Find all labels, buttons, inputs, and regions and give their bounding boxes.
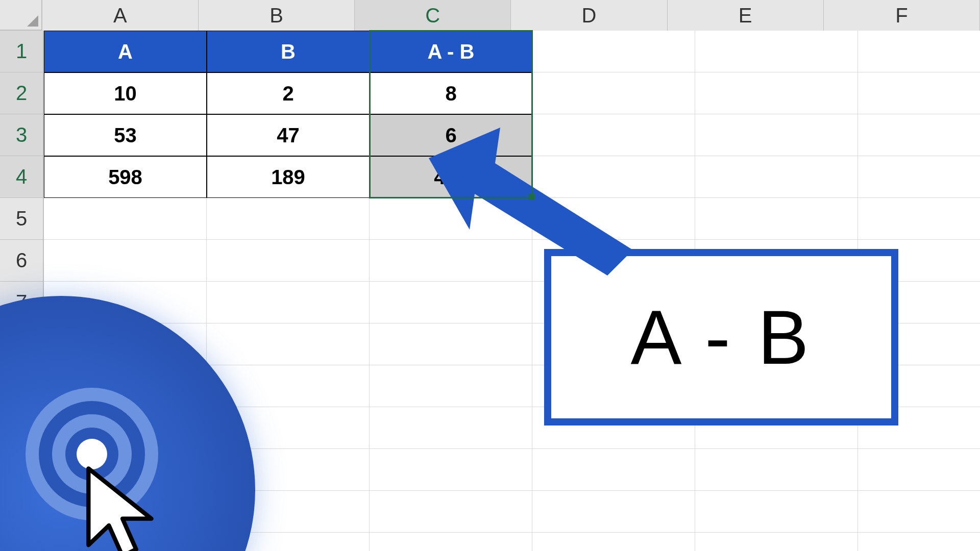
column-header-F[interactable]: F <box>824 0 980 31</box>
cell-F5[interactable] <box>858 198 980 240</box>
cell-D11[interactable] <box>532 449 695 491</box>
table-cell[interactable]: 10 <box>44 72 207 114</box>
row-header-3[interactable]: 3 <box>0 114 44 156</box>
cell-C12[interactable] <box>370 491 532 533</box>
cell-F12[interactable] <box>858 491 980 533</box>
cell-C10[interactable] <box>370 407 532 449</box>
svg-marker-0 <box>429 128 633 276</box>
callout-arrow <box>419 128 653 281</box>
spreadsheet: ABCDEF 12345678910111213 ABA - B10285347… <box>0 0 980 551</box>
column-headers: ABCDEF <box>0 0 980 31</box>
cell-E4[interactable] <box>695 156 858 198</box>
row-header-2[interactable]: 2 <box>0 72 44 114</box>
column-header-D[interactable]: D <box>511 0 667 31</box>
cell-B8[interactable] <box>207 323 370 365</box>
row-header-6[interactable]: 6 <box>0 240 44 282</box>
table-cell[interactable]: 8 <box>370 72 532 114</box>
svg-marker-1 <box>88 468 151 551</box>
column-header-C[interactable]: C <box>355 0 511 31</box>
cell-C13[interactable] <box>370 533 532 551</box>
table-cell[interactable]: 53 <box>44 114 207 156</box>
cell-F13[interactable] <box>858 533 980 551</box>
cell-F4[interactable] <box>858 156 980 198</box>
cell-A6[interactable] <box>44 240 207 282</box>
row-header-5[interactable]: 5 <box>0 198 44 240</box>
column-header-E[interactable]: E <box>668 0 824 31</box>
cursor-icon <box>79 464 166 551</box>
cell-F2[interactable] <box>858 72 980 114</box>
cell-B6[interactable] <box>207 240 370 282</box>
cell-B7[interactable] <box>207 282 370 323</box>
cell-C8[interactable] <box>370 323 532 365</box>
cell-F11[interactable] <box>858 449 980 491</box>
cell-E3[interactable] <box>695 114 858 156</box>
column-header-B[interactable]: B <box>199 0 355 31</box>
cell-D2[interactable] <box>532 72 695 114</box>
callout-text: A - B <box>630 293 812 382</box>
cell-A5[interactable] <box>44 198 207 240</box>
cell-B5[interactable] <box>207 198 370 240</box>
table-cell[interactable]: 598 <box>44 156 207 198</box>
cell-E5[interactable] <box>695 198 858 240</box>
table-header[interactable]: A - B <box>370 31 532 72</box>
cell-D1[interactable] <box>532 31 695 72</box>
table-cell[interactable]: 47 <box>207 114 370 156</box>
cell-E12[interactable] <box>695 491 858 533</box>
table-header[interactable]: A <box>44 31 207 72</box>
cell-C11[interactable] <box>370 449 532 491</box>
cell-F3[interactable] <box>858 114 980 156</box>
cell-E11[interactable] <box>695 449 858 491</box>
column-header-A[interactable]: A <box>42 0 199 31</box>
cell-C9[interactable] <box>370 365 532 407</box>
table-cell[interactable]: 189 <box>207 156 370 198</box>
row-header-1[interactable]: 1 <box>0 31 44 72</box>
cell-D12[interactable] <box>532 491 695 533</box>
cell-E1[interactable] <box>695 31 858 72</box>
row-header-4[interactable]: 4 <box>0 156 44 198</box>
cell-D13[interactable] <box>532 533 695 551</box>
table-cell[interactable]: 2 <box>207 72 370 114</box>
cell-E13[interactable] <box>695 533 858 551</box>
select-all-corner[interactable] <box>0 0 42 31</box>
table-header[interactable]: B <box>207 31 370 72</box>
cell-F1[interactable] <box>858 31 980 72</box>
cell-C7[interactable] <box>370 282 532 323</box>
cell-E2[interactable] <box>695 72 858 114</box>
